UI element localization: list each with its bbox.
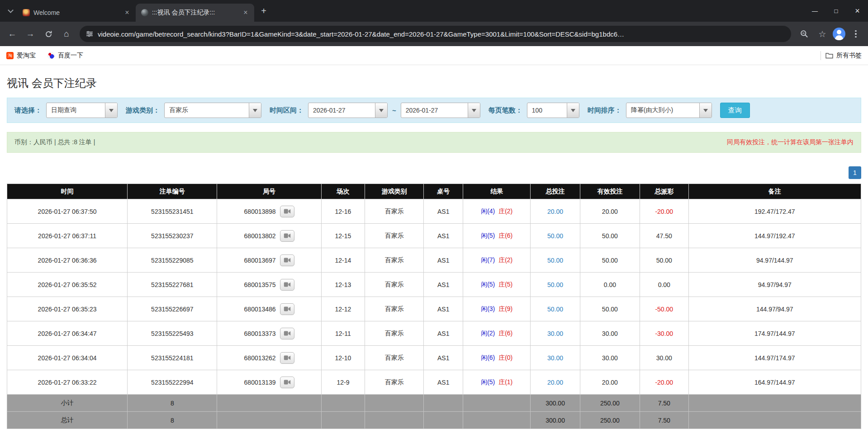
tab-bet-records[interactable]: :::视讯 会员下注纪录::: × [136,4,254,22]
date-end-select[interactable]: 2026-01-27 [401,103,480,118]
total-bet-link[interactable]: 50.00 [547,281,563,288]
home-button[interactable]: ⌂ [59,26,74,42]
replay-video-icon[interactable] [280,206,294,217]
cell-note: 144.97/94.97 [688,297,861,321]
cell-round: 680013373 [217,321,321,346]
window-close-button[interactable]: × [847,0,868,22]
chevron-down-icon[interactable] [468,103,480,118]
maximize-button[interactable]: □ [825,0,847,22]
replay-video-icon[interactable] [280,254,294,266]
total-bet-link[interactable]: 20.00 [547,379,563,386]
game-kind-select[interactable]: 百家乐 [164,103,261,118]
col-header-bet-id: 注单编号 [128,184,217,199]
site-settings-tune-icon[interactable] [86,30,93,38]
bookmark-star-icon[interactable]: ☆ [815,26,830,42]
cell-session: 12-9 [321,370,365,395]
date-start-select[interactable]: 2026-01-27 [308,103,388,118]
total-bet-link[interactable]: 50.00 [547,306,563,313]
cell-bet-id: 523155230237 [128,224,217,248]
replay-video-icon[interactable] [280,352,294,364]
page-number-button[interactable]: 1 [849,166,861,179]
col-header-time: 时间 [7,184,128,199]
tab-close-icon[interactable]: × [123,9,131,17]
cell-payout: -20.00 [640,370,688,395]
result-banker: 庄(6) [498,330,512,337]
tab-close-icon[interactable]: × [242,9,250,17]
cell-note: 94.97/94.97 [688,273,861,297]
back-button[interactable]: ← [5,26,20,42]
bookmark-taobao[interactable]: 淘 爱淘宝 [6,52,36,60]
cell-result: 闲(5) 庄(6) [463,224,531,248]
tab-search-chevron-icon[interactable] [4,4,17,18]
page-size-select[interactable]: 100 [527,103,579,118]
chevron-down-icon[interactable] [699,103,711,118]
chevron-down-icon[interactable] [249,103,261,118]
total-bet-link[interactable]: 30.00 [547,354,563,362]
cell-round: 680013486 [217,297,321,321]
cell-payout: 47.50 [640,224,688,248]
query-button[interactable]: 查询 [720,103,750,118]
cell-game: 百家乐 [365,248,424,273]
result-player: 闲(4) [481,207,495,215]
all-bookmarks-button[interactable]: 所有书签 [825,52,862,60]
cell-table: AS1 [424,321,463,346]
new-tab-button[interactable]: + [257,4,270,18]
cell-game: 百家乐 [365,346,424,370]
page-title: 视讯 会员下注纪录 [7,76,861,90]
empty-cell [217,412,321,429]
subtotal-count: 8 [128,395,217,412]
zoom-indicator-icon[interactable] [797,26,812,42]
chevron-down-icon[interactable] [105,103,117,118]
cell-result: 闲(2) 庄(6) [463,321,531,346]
total-bet-link[interactable]: 30.00 [547,330,563,337]
tab-welcome[interactable]: Welcome × [17,4,136,22]
url-text[interactable]: videoie.com/game/betrecord_search/kind3?… [98,30,624,38]
cell-note: 192.47/172.47 [688,199,861,224]
total-bet-link[interactable]: 20.00 [547,208,563,215]
cell-bet-id: 523155229085 [128,248,217,273]
filter-bar: 请选择： 日期查询 游戏类别： 百家乐 时间区间： 2026-01-27 ~ 2… [7,98,861,123]
replay-video-icon[interactable] [280,303,294,315]
address-bar[interactable]: videoie.com/game/betrecord_search/kind3?… [80,26,791,42]
cell-note: 94.97/144.97 [688,248,861,273]
date-range-label: 时间区间： [270,106,304,115]
cell-round: 680013262 [217,346,321,370]
total-bet-link[interactable]: 50.00 [547,257,563,264]
currency-summary-text: 币别：人民币 | 总共 :8 注单 | [14,138,95,146]
cell-round: 680013697 [217,248,321,273]
cell-round: 680013898 [217,199,321,224]
result-banker: 庄(9) [498,305,512,312]
cell-time: 2026-01-27 06:33:22 [7,370,128,395]
cell-result: 闲(3) 庄(9) [463,297,531,321]
query-mode-select[interactable]: 日期查询 [46,103,118,118]
cell-session: 12-12 [321,297,365,321]
chevron-down-icon[interactable] [375,103,387,118]
empty-cell [321,395,365,412]
browser-menu-icon[interactable] [848,26,863,42]
replay-video-icon[interactable] [280,328,294,339]
col-header-session: 场次 [321,184,365,199]
cell-payout: 50.00 [640,248,688,273]
subtotal-label: 小计 [7,395,128,412]
cell-time: 2026-01-27 06:35:52 [7,273,128,297]
chevron-down-icon[interactable] [567,103,579,118]
minimize-button[interactable]: — [804,0,825,22]
replay-video-icon[interactable] [280,377,294,388]
empty-cell [424,395,463,412]
welcome-favicon-icon [23,9,30,16]
cell-total-bet: 50.00 [531,297,580,321]
site-favicon-icon [141,9,148,16]
profile-avatar[interactable] [833,28,845,40]
cell-total-bet: 50.00 [531,224,580,248]
reload-button[interactable] [41,26,56,42]
sort-order-select[interactable]: 降幂(由大到小) [626,103,712,118]
table-row: 2026-01-27 06:33:22 523155222994 6800131… [7,370,861,395]
bookmark-baidu[interactable]: 百度一下 [47,52,83,60]
replay-video-icon[interactable] [280,230,294,242]
replay-video-icon[interactable] [280,279,294,291]
cell-session: 12-16 [321,199,365,224]
cell-bet-id: 523155227681 [128,273,217,297]
table-row: 2026-01-27 06:35:23 523155226697 6800134… [7,297,861,321]
forward-button[interactable]: → [23,26,38,42]
total-bet-link[interactable]: 50.00 [547,232,563,240]
